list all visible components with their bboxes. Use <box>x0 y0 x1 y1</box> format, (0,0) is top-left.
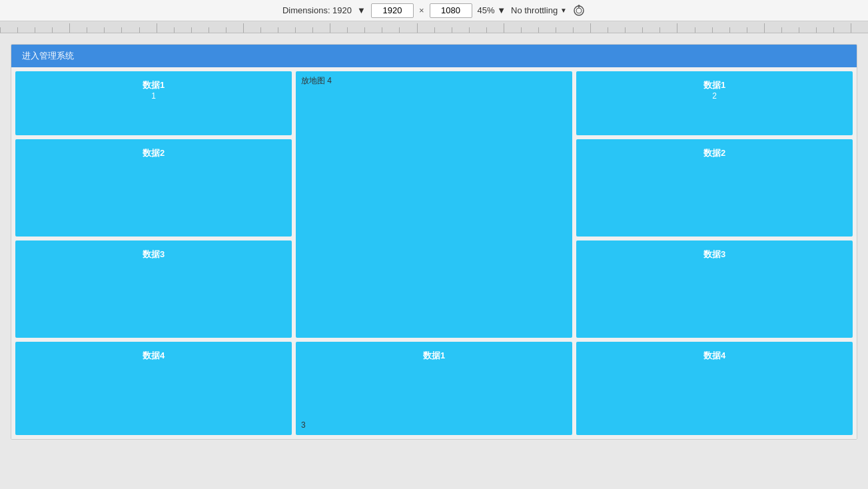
tick <box>330 23 347 33</box>
tick <box>504 23 521 33</box>
tile-bottom-center[interactable]: 数据1 3 <box>296 342 572 435</box>
tick <box>608 27 625 33</box>
tick <box>364 27 382 33</box>
tile-right-2-title: 数据2 <box>582 145 847 159</box>
tick <box>486 27 504 33</box>
dimensions-arrow: ▼ <box>357 5 366 15</box>
tick <box>399 27 416 33</box>
dimensions-label: Dimensions: 1920 <box>282 5 352 15</box>
tile-right-1-sub: 2 <box>712 91 717 101</box>
tick <box>659 27 677 33</box>
x-separator: × <box>419 5 424 15</box>
tick <box>52 27 69 33</box>
tick <box>642 27 659 33</box>
tile-right-3-title: 数据3 <box>582 246 847 260</box>
tick <box>278 27 295 33</box>
tick <box>87 27 104 33</box>
tick <box>260 27 278 33</box>
tick <box>799 27 816 33</box>
tile-right-1-title: 数据1 <box>582 77 847 91</box>
tick <box>590 23 608 33</box>
tick <box>521 27 538 33</box>
tile-right-3[interactable]: 数据3 <box>576 241 853 338</box>
tick <box>816 27 833 33</box>
tile-map-large[interactable]: 放地图 4 <box>296 71 572 338</box>
tick <box>747 27 764 33</box>
ruler <box>0 21 868 33</box>
tick <box>35 27 52 33</box>
tick <box>781 27 799 33</box>
tick <box>209 27 226 33</box>
tick <box>695 27 712 33</box>
tick <box>191 27 209 33</box>
tick <box>729 27 747 33</box>
tick <box>556 27 573 33</box>
tick <box>625 27 642 33</box>
tile-left-2-title: 数据2 <box>21 145 286 159</box>
tile-left-1-title: 数据1 <box>21 77 286 91</box>
bottom-center-sub: 3 <box>301 420 306 430</box>
tick <box>243 23 260 33</box>
header-title: 进入管理系统 <box>22 51 74 61</box>
zoom-select[interactable]: 45% ▼ <box>478 5 506 15</box>
toolbar: Dimensions: 1920 ▼ × 45% ▼ No throttling… <box>0 0 868 21</box>
tick <box>833 27 851 33</box>
tick <box>764 23 781 33</box>
main-content: 进入管理系统 数据1 1 数据2 数据3 数据4 放地图 4 <box>0 33 868 450</box>
tile-right-4[interactable]: 数据4 <box>576 342 853 435</box>
tick <box>382 27 399 33</box>
tick <box>157 23 174 33</box>
map-label: 放地图 4 <box>301 75 332 87</box>
tick <box>121 27 139 33</box>
tile-right-2[interactable]: 数据2 <box>576 139 853 237</box>
ruler-ticks <box>0 21 868 33</box>
tile-left-3[interactable]: 数据3 <box>15 241 292 338</box>
tick <box>851 23 868 33</box>
height-input[interactable] <box>430 3 472 18</box>
tick <box>104 27 121 33</box>
tick <box>469 27 486 33</box>
tick <box>139 27 157 33</box>
tick <box>712 27 729 33</box>
tick <box>677 23 694 33</box>
tile-left-1[interactable]: 数据1 1 <box>15 71 292 135</box>
tick <box>174 27 191 33</box>
tick <box>417 23 434 33</box>
tick <box>69 23 87 33</box>
tick <box>434 27 452 33</box>
tick <box>538 27 556 33</box>
tile-left-4[interactable]: 数据4 <box>15 342 292 435</box>
tile-left-2[interactable]: 数据2 <box>15 139 292 237</box>
tile-left-4-title: 数据4 <box>21 347 286 362</box>
dashboard-header: 进入管理系统 <box>11 45 857 67</box>
tick <box>295 27 312 33</box>
tick <box>226 27 243 33</box>
tile-right-1[interactable]: 数据1 2 <box>576 71 853 135</box>
tick <box>347 27 364 33</box>
width-input[interactable] <box>371 3 414 18</box>
rotate-icon[interactable] <box>572 4 586 17</box>
tick <box>312 27 330 33</box>
tick <box>452 27 469 33</box>
tick <box>573 27 590 33</box>
tick <box>0 27 17 33</box>
dashboard: 进入管理系统 数据1 1 数据2 数据3 数据4 放地图 4 <box>11 44 857 440</box>
throttle-arrow: ▼ <box>560 7 567 14</box>
tile-right-4-title: 数据4 <box>582 347 847 362</box>
tile-left-1-sub: 1 <box>151 91 156 101</box>
tile-left-3-title: 数据3 <box>21 246 286 260</box>
grid-container: 数据1 1 数据2 数据3 数据4 放地图 4 数据1 3 <box>11 67 857 439</box>
tick <box>17 27 35 33</box>
bottom-center-title: 数据1 <box>301 347 567 362</box>
svg-point-1 <box>576 8 582 13</box>
throttle-selector[interactable]: No throttling ▼ <box>511 5 567 15</box>
